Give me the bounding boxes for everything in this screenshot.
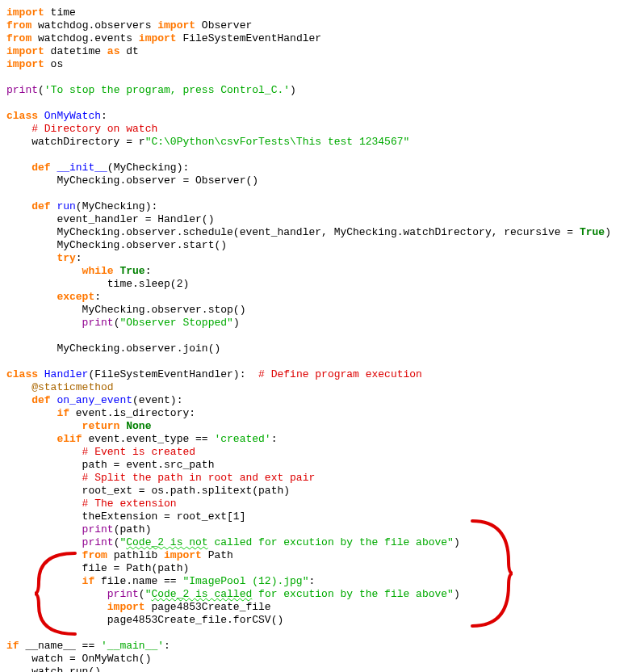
line-18: MyChecking.observer.schedule(event_handl… (6, 226, 611, 238)
line-23: except: (6, 291, 101, 303)
line-43: from pathlib import Path (6, 549, 233, 561)
line-17: event_handler = Handler() (6, 213, 214, 225)
line-19: MyChecking.observer.start() (6, 239, 227, 251)
line-27: MyChecking.observer.join() (6, 342, 220, 355)
line-3: from watchdog.events import FileSystemEv… (6, 32, 321, 44)
line-20: try: (6, 252, 82, 264)
line-31: def on_any_event(event): (6, 394, 182, 406)
line-32: if event.is_directory: (6, 407, 195, 419)
line-52: watch.run() (6, 666, 101, 672)
line-48: page4853Create_file.forCSV() (6, 614, 283, 626)
line-51: watch = OnMyWatch() (6, 653, 151, 665)
line-16: def run(MyChecking): (6, 200, 157, 212)
line-41: print(path) (6, 523, 151, 536)
line-13: def __init__(MyChecking): (6, 162, 189, 174)
line-35: # Event is created (6, 446, 195, 458)
line-10: # Directory on watch (6, 123, 157, 135)
line-7: print('To stop the program, press Contro… (6, 84, 296, 96)
line-29: class Handler(FileSystemEventHandler): #… (6, 368, 422, 380)
line-21: while True: (6, 265, 151, 277)
line-38: root_ext = os.path.splitext(path) (6, 485, 290, 497)
line-24: MyChecking.observer.stop() (6, 304, 245, 316)
line-47: import page4853Create_file (6, 601, 271, 613)
line-33: return None (6, 420, 151, 432)
line-45: if file.name == "ImagePool (12).jpg": (6, 575, 315, 587)
line-4: import datetime as dt (6, 45, 139, 57)
line-40: theExtension = root_ext[1] (6, 510, 245, 523)
line-42: print("Code_2 is not called for excution… (6, 536, 460, 548)
line-5: import os (6, 58, 63, 70)
line-9: class OnMyWatch: (6, 110, 107, 122)
line-39: # The extension (6, 498, 177, 510)
line-44: file = Path(path) (6, 562, 189, 574)
line-2: from watchdog.observers import Observer (6, 19, 252, 32)
line-30: @staticmethod (6, 381, 114, 393)
line-22: time.sleep(2) (6, 278, 189, 290)
line-11: watchDirectory = r"C:\0Python\csvForTest… (6, 136, 409, 148)
line-50: if __name__ == '__main__': (6, 640, 170, 652)
line-14: MyChecking.observer = Observer() (6, 174, 258, 187)
line-36: path = event.src_path (6, 459, 214, 471)
line-1: import time (6, 6, 76, 19)
line-34: elif event.event_type == 'created': (6, 433, 277, 445)
line-25: print("Observer Stopped") (6, 317, 240, 329)
line-46: print("Code_2 is called for excution by … (6, 588, 460, 600)
line-37: # Split the path in root and ext pair (6, 472, 315, 484)
code-block: import time from watchdog.observers impo… (6, 6, 618, 672)
